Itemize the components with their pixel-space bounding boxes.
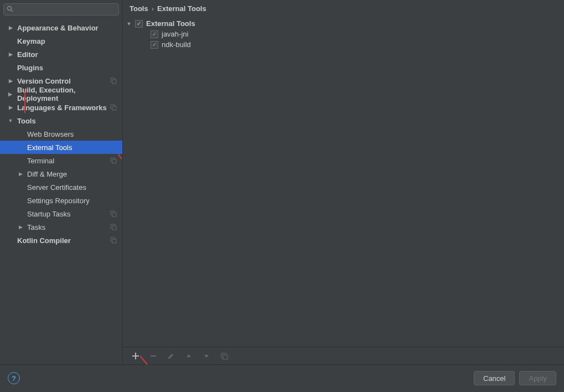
sidebar-item-build-execution-deployment[interactable]: ▶Build, Execution, Deployment — [0, 87, 122, 101]
sidebar-item-label: Server Certificates — [27, 183, 86, 192]
tool-item-label: ndk-build — [162, 40, 191, 49]
chevron-right-icon: ▶ — [8, 91, 13, 97]
chevron-right-icon: ▶ — [18, 171, 23, 177]
chevron-right-icon: ▶ — [8, 51, 13, 57]
project-scope-icon — [110, 237, 117, 244]
breadcrumb-part[interactable]: Tools — [130, 4, 148, 13]
sidebar-item-label: Appearance & Behavior — [17, 24, 99, 32]
project-scope-icon — [110, 78, 117, 84]
chevron-right-icon: ▶ — [18, 224, 23, 230]
remove-icon[interactable] — [148, 351, 158, 361]
apply-button[interactable]: Apply — [519, 371, 556, 385]
sidebar-item-tools[interactable]: ▼Tools — [0, 114, 122, 127]
sidebar-item-label: Diff & Merge — [27, 170, 67, 178]
sidebar-item-startup-tasks[interactable]: ▶Startup Tasks — [0, 207, 122, 220]
sidebar-item-terminal[interactable]: ▶Terminal — [0, 154, 122, 167]
sidebar-item-server-certificates[interactable]: ▶Server Certificates — [0, 180, 122, 194]
chevron-down-icon: ▼ — [8, 118, 13, 123]
sidebar-item-label: External Tools — [27, 143, 72, 152]
chevron-down-icon: ▼ — [126, 21, 132, 27]
checkbox[interactable]: ✓ — [151, 41, 158, 49]
move-down-icon[interactable] — [201, 351, 211, 361]
sidebar-item-label: Keymap — [17, 37, 45, 45]
sidebar-item-plugins[interactable]: ▶Plugins — [0, 61, 122, 74]
chevron-right-icon: ▶ — [8, 25, 13, 30]
sidebar-item-diff-merge[interactable]: ▶Diff & Merge — [0, 167, 122, 180]
external-tools-tree: ▼ ✓ External Tools ✓javah-jni✓ndk-build — [123, 18, 564, 347]
svg-rect-3 — [112, 80, 116, 84]
tree-root-external-tools[interactable]: ▼ ✓ External Tools — [126, 18, 564, 29]
svg-rect-11 — [112, 226, 116, 230]
project-scope-icon — [110, 210, 117, 217]
chevron-right-icon: › — [152, 4, 154, 13]
checkbox[interactable]: ✓ — [135, 20, 143, 28]
cancel-button[interactable]: Cancel — [474, 371, 515, 385]
sidebar-item-tasks[interactable]: ▶Tasks — [0, 220, 122, 234]
tool-item-ndk-build[interactable]: ✓ndk-build — [126, 39, 564, 50]
sidebar-item-web-browsers[interactable]: ▶Web Browsers — [0, 127, 122, 141]
svg-rect-7 — [112, 159, 116, 163]
tools-toolbar — [123, 347, 564, 364]
svg-rect-18 — [223, 355, 227, 359]
sidebar-item-editor[interactable]: ▶Editor — [0, 48, 122, 61]
sidebar-item-label: Build, Execution, Deployment — [17, 86, 118, 102]
copy-icon[interactable] — [219, 351, 229, 361]
settings-sidebar: ▶Appearance & Behavior▶Keymap▶Editor▶Plu… — [0, 0, 123, 364]
project-scope-icon — [110, 104, 117, 111]
tool-item-javah-jni[interactable]: ✓javah-jni — [126, 29, 564, 39]
breadcrumb-part: External Tools — [157, 4, 206, 13]
sidebar-item-appearance-behavior[interactable]: ▶Appearance & Behavior — [0, 21, 122, 34]
sidebar-item-label: Web Browsers — [27, 130, 74, 138]
sidebar-item-label: Tools — [17, 117, 36, 125]
sidebar-item-label: Plugins — [17, 64, 43, 72]
sidebar-item-label: Tasks — [27, 223, 45, 231]
search-input[interactable] — [3, 3, 119, 16]
chevron-right-icon: ▶ — [8, 105, 13, 110]
edit-icon[interactable] — [166, 351, 176, 361]
sidebar-item-languages-frameworks[interactable]: ▶Languages & Frameworks — [0, 101, 122, 114]
sidebar-item-keymap[interactable]: ▶Keymap — [0, 34, 122, 48]
sidebar-item-label: Terminal — [27, 157, 54, 165]
project-scope-icon — [110, 157, 117, 164]
sidebar-item-label: Kotlin Compiler — [17, 236, 71, 245]
sidebar-item-kotlin-compiler[interactable]: ▶Kotlin Compiler — [0, 234, 122, 247]
move-up-icon[interactable] — [184, 351, 194, 361]
chevron-right-icon: ▶ — [8, 78, 13, 84]
add-icon[interactable] — [131, 351, 141, 361]
sidebar-item-external-tools[interactable]: ▶External Tools — [0, 141, 122, 154]
tree-root-label: External Tools — [146, 19, 195, 28]
svg-rect-13 — [112, 239, 116, 243]
breadcrumb: Tools › External Tools — [123, 0, 564, 18]
tool-item-label: javah-jni — [162, 30, 188, 38]
sidebar-item-label: Languages & Frameworks — [17, 104, 107, 112]
bottom-bar: ? Cancel Apply — [0, 365, 564, 391]
sidebar-item-label: Version Control — [17, 77, 71, 85]
svg-rect-5 — [112, 106, 116, 110]
checkbox[interactable]: ✓ — [151, 30, 158, 38]
sidebar-item-label: Settings Repository — [27, 197, 90, 205]
help-icon[interactable]: ? — [8, 372, 20, 384]
sidebar-item-label: Startup Tasks — [27, 210, 71, 218]
sidebar-item-settings-repository[interactable]: ▶Settings Repository — [0, 194, 122, 207]
svg-rect-9 — [112, 213, 116, 216]
sidebar-item-label: Editor — [17, 50, 38, 59]
project-scope-icon — [110, 224, 117, 230]
settings-content: Tools › External Tools ▼ ✓ External Tool… — [123, 0, 564, 364]
